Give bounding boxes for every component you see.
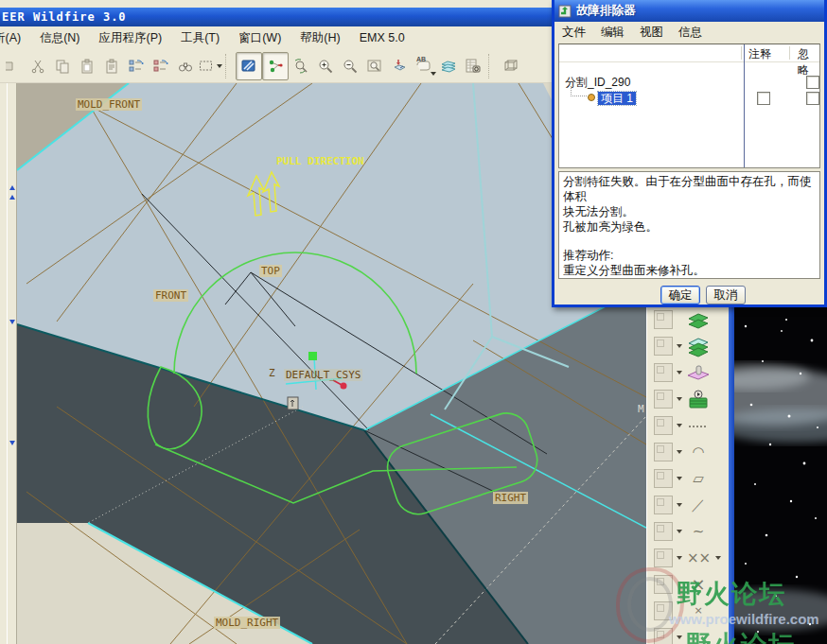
cancel-button[interactable]: 取消 — [706, 286, 746, 305]
feature-icon[interactable] — [654, 363, 673, 382]
datum-display-icon[interactable] — [499, 53, 523, 79]
feature-icon[interactable] — [654, 628, 673, 644]
feature-icon[interactable] — [654, 575, 673, 594]
flyout-arrow-icon[interactable] — [677, 344, 682, 348]
dialog-menu-edit[interactable]: 编辑 — [601, 25, 625, 41]
copy-icon[interactable] — [50, 53, 75, 79]
dialog-menu-info[interactable]: 信息 — [678, 25, 702, 41]
reorient-view-icon[interactable] — [387, 53, 412, 79]
feature-icon[interactable] — [654, 310, 673, 329]
mold-machine-icon[interactable] — [687, 389, 710, 411]
note-checkbox-item[interactable] — [757, 92, 770, 105]
dotted-line-icon[interactable] — [687, 415, 710, 438]
feature-icon[interactable] — [654, 601, 673, 620]
label-right[interactable]: RIGHT — [493, 492, 528, 504]
sash-arrow-icon[interactable] — [9, 441, 15, 445]
dialog-menu-file[interactable]: 文件 — [562, 25, 586, 41]
cut-icon[interactable] — [26, 53, 50, 79]
flyout-arrow-icon[interactable] — [715, 556, 721, 560]
small-point-icon[interactable]: × — [687, 600, 710, 622]
regenerate-icon[interactable] — [124, 53, 149, 79]
troubleshooter-icon — [558, 5, 572, 18]
sash-arrow-icon[interactable] — [9, 195, 15, 200]
paste-icon[interactable] — [75, 53, 99, 79]
view-manager-icon[interactable] — [461, 53, 485, 79]
flyout-arrow-icon[interactable] — [677, 556, 682, 560]
tree-header: 注释 忽略 — [559, 44, 819, 62]
feature-icon[interactable] — [654, 548, 673, 567]
flyout-arrow-icon[interactable] — [677, 503, 682, 507]
feature-icon[interactable] — [654, 416, 673, 435]
label-edge-m: M — [636, 403, 646, 415]
menu-item-analysis[interactable]: 析(A) — [0, 30, 21, 46]
regenerate-manual-icon[interactable] — [149, 53, 173, 79]
surface-icon[interactable]: ▱ — [687, 467, 710, 490]
feature-icon[interactable] — [654, 337, 673, 356]
spin-center-icon[interactable] — [262, 52, 289, 80]
flyout-arrow-icon[interactable] — [677, 397, 682, 401]
mold-plates-icon[interactable] — [687, 336, 710, 358]
message-line: 分割特征失败。由于在分型曲面中存在孔，而使体积 — [563, 174, 816, 204]
dialog-titlebar[interactable]: 故障排除器 — [554, 0, 824, 22]
zoom-out-icon[interactable] — [338, 53, 362, 79]
navigator-sash[interactable] — [7, 83, 17, 644]
saved-views-label: AB — [416, 56, 426, 62]
sash-arrow-icon[interactable] — [9, 185, 15, 190]
flyout-arrow-icon[interactable] — [677, 371, 682, 374]
menu-item-help[interactable]: 帮助(H) — [300, 30, 340, 46]
tree-item-bullet-icon — [588, 94, 595, 101]
flyout-arrow-icon[interactable] — [677, 477, 682, 480]
feature-icon[interactable] — [654, 522, 673, 541]
search-icon[interactable] — [173, 53, 198, 79]
sash-arrow-icon[interactable] — [9, 320, 15, 324]
failure-message: 分割特征失败。由于在分型曲面中存在孔，而使体积 块无法分割。 孔被加亮为绿色。 … — [558, 171, 820, 279]
menu-item-tools[interactable]: 工具(T) — [181, 30, 220, 46]
axis-point-icon[interactable]: × — [687, 573, 710, 596]
feature-icon[interactable] — [654, 469, 673, 488]
menu-item-window[interactable]: 窗口(W) — [238, 30, 281, 46]
spline-icon[interactable]: ~ — [687, 520, 710, 543]
orient-mode-icon[interactable] — [289, 53, 313, 79]
dialog-menu-view[interactable]: 视图 — [640, 25, 663, 41]
select-box-dropdown-icon[interactable] — [217, 64, 222, 68]
feature-icon[interactable] — [654, 443, 673, 461]
dialog-title: 故障排除器 — [576, 3, 636, 19]
points-icon[interactable]: ×× — [687, 547, 710, 569]
dialog-menubar: 文件 编辑 视图 信息 — [554, 22, 824, 43]
label-default-csys[interactable]: DEFAULT_CSYS — [284, 369, 362, 381]
saved-views-icon[interactable]: AB — [412, 53, 436, 79]
line-icon[interactable]: ／ — [687, 494, 710, 516]
refit-icon[interactable] — [362, 53, 387, 79]
tree-connector — [571, 86, 587, 96]
flyout-arrow-icon[interactable] — [677, 635, 682, 639]
mold-volume-icon[interactable] — [687, 309, 710, 332]
repaint-icon[interactable] — [236, 52, 262, 80]
label-mold-front[interactable]: MOLD_FRONT — [76, 98, 142, 111]
menu-item-applications[interactable]: 应用程序(P) — [99, 30, 163, 46]
tree-item-node[interactable]: 项目 1 — [588, 91, 636, 107]
select-box-icon[interactable] — [198, 53, 222, 79]
layers-icon[interactable] — [436, 53, 461, 79]
label-top[interactable]: TOP — [259, 265, 282, 277]
paste-special-icon[interactable] — [99, 53, 124, 79]
flyout-arrow-icon[interactable] — [677, 530, 682, 533]
message-line: 重定义分型曲面来修补孔。 — [563, 263, 816, 278]
ok-button[interactable]: 确定 — [660, 286, 700, 305]
feature-icon[interactable] — [654, 496, 673, 514]
parting-surface-icon[interactable] — [687, 362, 710, 385]
curve-icon[interactable]: ◠ — [687, 441, 710, 463]
menu-item-info[interactable]: 信息(N) — [40, 30, 79, 46]
main-window-title: EER Wildfire 3.0 — [2, 10, 127, 24]
ignore-checkbox-item[interactable] — [806, 92, 819, 105]
feature-icon[interactable] — [654, 390, 673, 409]
partial-tool-icon[interactable] — [1, 53, 26, 79]
screen: { "window": { "title": "EER Wildfire 3.0… — [0, 0, 827, 644]
zoom-in-icon[interactable] — [313, 53, 338, 79]
flyout-arrow-icon[interactable] — [677, 424, 682, 427]
flyout-arrow-icon[interactable] — [677, 450, 682, 454]
ignore-checkbox-root[interactable] — [806, 76, 819, 89]
tree-divider[interactable] — [744, 44, 745, 167]
menu-item-emx[interactable]: EMX 5.0 — [360, 31, 405, 44]
label-front[interactable]: FRONT — [153, 289, 188, 302]
label-mold-right[interactable]: MOLD_RIGHT — [214, 617, 280, 629]
